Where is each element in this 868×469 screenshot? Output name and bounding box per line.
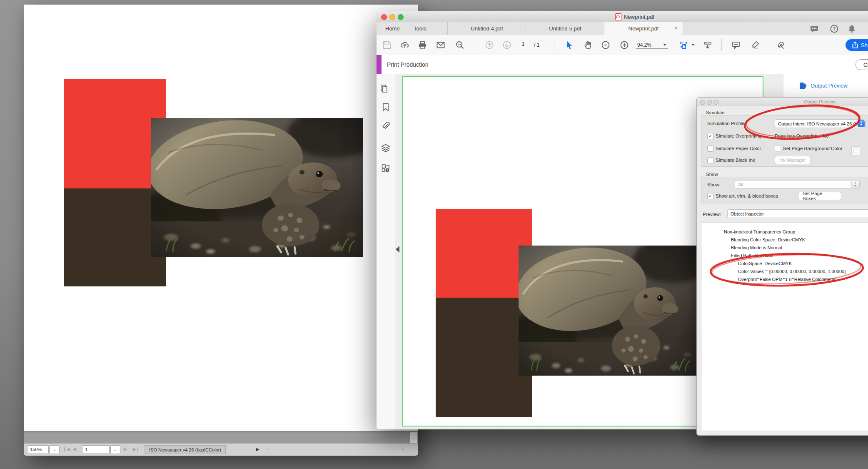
- set-page-background-checkbox[interactable]: [775, 145, 781, 152]
- tree-item[interactable]: Blending Color Space: DeviceCMYK: [701, 236, 868, 244]
- show-boxes-label: Show art, trim, & bleed boxes: [716, 193, 778, 198]
- help-icon[interactable]: ?: [830, 24, 839, 33]
- pdf-file-icon: [615, 13, 621, 20]
- doc-tab-newprint-active[interactable]: Newprint.pdf ×: [604, 22, 683, 35]
- object-inspector-tree[interactable]: Non-knockout Transparency Group Blending…: [701, 223, 868, 431]
- tool-title: Print Production: [387, 55, 429, 74]
- cloud-upload-icon[interactable]: [400, 40, 409, 50]
- scrolling-mode-icon[interactable]: [703, 40, 712, 50]
- notifications-bell-icon[interactable]: [847, 24, 856, 33]
- simulate-overprinting-checkbox[interactable]: ✓: [707, 133, 713, 139]
- page-thumbnails-icon[interactable]: [381, 84, 390, 93]
- fit-options-chevron-icon[interactable]: [691, 44, 695, 46]
- previous-page-icon[interactable]: [485, 40, 494, 50]
- tree-item[interactable]: Filled Path: Constant: [701, 252, 868, 260]
- page-number-field[interactable]: 1: [82, 445, 110, 453]
- page-number-dropdown[interactable]: ⌄: [110, 445, 120, 454]
- tree-item[interactable]: Blending Mode is Normal: [701, 244, 868, 252]
- tab-home[interactable]: Home: [385, 22, 400, 35]
- share-button[interactable]: Share: [846, 39, 868, 51]
- search-icon[interactable]: [455, 40, 464, 50]
- navigation-sidebar: i: [377, 74, 395, 429]
- doc-tab-untitled-5[interactable]: Untitled-5.pdf: [526, 22, 604, 35]
- simulate-paper-color-label: Simulate Paper Color: [716, 146, 761, 151]
- tab-close-icon[interactable]: ×: [674, 25, 678, 31]
- window-title: Newprint.pdf: [377, 11, 868, 22]
- pasteboard-strip: [24, 432, 418, 443]
- select-cursor-icon[interactable]: [565, 40, 574, 50]
- red-rectangle-artwork: [436, 209, 532, 298]
- doc-tab-untitled-4[interactable]: Untitled-4.pdf: [447, 22, 526, 35]
- attachments-icon[interactable]: [381, 122, 390, 131]
- preview-mode-dropdown[interactable]: Object Inspector: [727, 209, 868, 218]
- show-dropdown[interactable]: All ▲▼: [735, 180, 860, 189]
- bookmarks-icon[interactable]: [381, 103, 390, 112]
- simulation-profile-dropdown[interactable]: Output Intent: ISO Newspaper v4 26 (ba..…: [775, 119, 866, 128]
- content-order-icon[interactable]: i: [381, 163, 390, 173]
- page-has-overprint-label: Page has Overprint:: [775, 133, 817, 138]
- page-has-overprint-value: No: [823, 133, 829, 138]
- simulate-paper-color-checkbox[interactable]: [707, 145, 713, 152]
- simulate-section-label: Simulate: [706, 110, 725, 115]
- zoom-in-icon[interactable]: [620, 40, 629, 50]
- previous-page-button[interactable]: ◀: [73, 447, 76, 451]
- simulate-black-ink-checkbox[interactable]: [707, 157, 713, 163]
- tree-item[interactable]: Non-knockout Transparency Group: [701, 228, 868, 236]
- page-background-color-well[interactable]: [851, 146, 860, 155]
- layers-icon[interactable]: [381, 143, 390, 153]
- tree-item[interactable]: Color Values = [0.00000, 0.00000, 0.0000…: [701, 268, 868, 276]
- chevron-down-icon: [663, 44, 666, 46]
- zoom-out-icon[interactable]: [601, 40, 610, 50]
- ink-manager-button[interactable]: Ink Manager: [775, 156, 811, 164]
- dialog-minimize-button[interactable]: [707, 100, 712, 105]
- tree-item[interactable]: Overprint=False OPM=1 ri=Relative Colori…: [701, 276, 868, 283]
- dropdown-stepper-icon: ▲▼: [851, 181, 859, 188]
- show-group: Show: All ▲▼ W ✓ Show art, trim, & bleed…: [701, 177, 868, 203]
- zoom-level-dropdown[interactable]: ⌄: [50, 445, 60, 454]
- svg-text:i: i: [387, 169, 388, 172]
- page-number-input[interactable]: 1: [516, 41, 530, 49]
- tab-bar: Home Tools Untitled-4.pdf Untitled-5.pdf…: [377, 22, 868, 35]
- zoom-percentage-field[interactable]: 94.2%: [636, 41, 668, 49]
- email-icon[interactable]: [436, 40, 445, 50]
- output-preview-dialog: Output Preview Simulate Simulation Profi…: [696, 97, 868, 436]
- set-page-background-label: Set Page Background Color: [783, 146, 843, 151]
- title-bar: Newprint.pdf: [377, 11, 868, 23]
- fill-sign-icon[interactable]: [777, 40, 786, 50]
- next-page-button[interactable]: ▶: [124, 447, 127, 451]
- show-boxes-checkbox[interactable]: ✓: [707, 193, 713, 199]
- comment-icon[interactable]: [731, 40, 741, 50]
- dialog-close-button[interactable]: [700, 100, 705, 105]
- close-tool-button[interactable]: Close: [856, 59, 868, 70]
- dropdown-stepper-icon: ▲▼: [858, 120, 865, 127]
- save-icon[interactable]: [382, 40, 392, 50]
- scroll-left-arrow[interactable]: ‹: [267, 447, 269, 451]
- profile-expand-arrow[interactable]: ▶: [256, 447, 259, 451]
- feedback-bubble-icon[interactable]: [810, 24, 819, 33]
- fit-width-icon[interactable]: [679, 40, 688, 50]
- dialog-zoom-button[interactable]: [713, 100, 718, 105]
- next-page-icon[interactable]: [502, 40, 511, 50]
- simulation-profile-label: Simulation Profile:: [707, 121, 746, 126]
- share-icon: [852, 42, 858, 48]
- simulate-group: Simulation Profile: Output Intent: ISO N…: [701, 115, 868, 167]
- hand-tool-icon[interactable]: [584, 40, 593, 50]
- output-preview-link[interactable]: Output Preview: [798, 74, 848, 97]
- tab-tools[interactable]: Tools: [414, 22, 426, 35]
- highlight-icon[interactable]: [751, 40, 760, 50]
- tree-item[interactable]: ColorSpace: DeviceCMYK: [701, 260, 868, 268]
- status-bar: 150% ⌄ ❙◀ ◀ 1 ⌄ ▶ ▶❙ ISO Newspaper v4 26…: [24, 443, 418, 456]
- zoom-level-field[interactable]: 150%: [27, 445, 49, 453]
- scroll-right-arrow[interactable]: ›: [402, 447, 403, 451]
- first-page-button[interactable]: ❙◀: [63, 447, 70, 451]
- sidebar-collapse-handle[interactable]: [396, 246, 399, 253]
- turtle-photo: [519, 246, 697, 376]
- background-document-window: ⌄ 150% ⌄ ❙◀ ◀ 1 ⌄ ▶ ▶❙ ISO Newspaper v4 …: [24, 5, 418, 455]
- set-page-boxes-button[interactable]: Set Page Boxes: [798, 192, 841, 200]
- main-toolbar: 1 / 1 94.2% Share: [377, 35, 868, 55]
- show-label: Show:: [707, 182, 721, 187]
- tool-accent-bar: [377, 55, 382, 74]
- last-page-button[interactable]: ▶❙: [133, 447, 140, 451]
- vertical-scrollbar-end[interactable]: ⌄: [410, 432, 417, 443]
- print-icon[interactable]: [418, 40, 427, 50]
